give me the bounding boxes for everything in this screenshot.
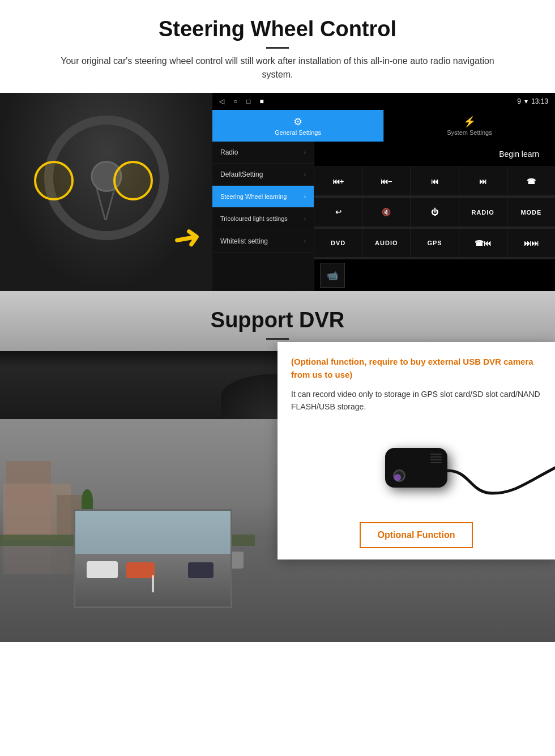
ctrl-back[interactable]: ↩ [314, 198, 362, 227]
tricoloured-chevron: › [304, 216, 306, 222]
section2-divider [266, 338, 289, 340]
ctrl-phone[interactable]: ☎ [507, 167, 555, 195]
section1-title: Steering Wheel Control [23, 17, 532, 41]
ctrl-vol-down[interactable]: ⏮− [362, 167, 410, 195]
ctrl-power[interactable]: ⏻ [411, 198, 458, 227]
menu-tricoloured-label: Tricoloured light settings [220, 215, 288, 223]
tab-general-settings[interactable]: ⚙ General Settings [212, 110, 383, 142]
begin-learn-row: Begin learn [314, 142, 555, 167]
section2: Support DVR (Optional function, require … [0, 291, 555, 642]
steering-photo: ➜ [0, 93, 212, 291]
section1-header: Steering Wheel Control Your original car… [0, 0, 555, 87]
back-icon[interactable]: ◁ [219, 97, 224, 105]
nav-icons: ◁ ○ □ ■ [219, 97, 264, 105]
begin-learn-button[interactable]: Begin learn [492, 146, 546, 162]
android-statusbar: ◁ ○ □ ■ 9 ▾ 13:13 [212, 93, 555, 110]
dvr-optional-text: (Optional function, require to buy exter… [291, 356, 541, 381]
section1-description: Your original car's steering wheel contr… [45, 54, 510, 82]
android-content: Radio › DefaultSetting › Steering Wheel … [212, 142, 555, 291]
ctrl-radio[interactable]: RADIO [459, 198, 507, 227]
wifi-icon: ▾ [524, 97, 528, 105]
section2-title: Support DVR [23, 308, 532, 332]
tab-system-label: System Settings [447, 129, 492, 136]
ctrl-audio[interactable]: AUDIO [362, 229, 410, 257]
whitelist-chevron: › [304, 238, 306, 244]
dvr-thumbnail [74, 509, 232, 608]
tab-general-label: General Settings [275, 129, 321, 136]
signal-icon: 9 [517, 97, 521, 105]
dvr-row: 📹 [314, 259, 555, 291]
menu-default-label: DefaultSetting [220, 170, 263, 178]
android-tabs: ⚙ General Settings ⚡ System Settings [212, 110, 555, 142]
ctrl-next[interactable]: ⏭ [459, 167, 507, 195]
ctrl-dvd[interactable]: DVD [314, 229, 362, 257]
steering-ui-container: ➜ ◁ ○ □ ■ 9 ▾ 13:13 ⚙ General Settings [0, 93, 555, 291]
status-icons: 9 ▾ 13:13 [517, 97, 548, 105]
ctrl-vol-up[interactable]: ⏮+ [314, 167, 362, 195]
tab-system-settings[interactable]: ⚡ System Settings [383, 110, 555, 142]
dvr-info-card: (Optional function, require to buy exter… [278, 342, 555, 559]
radio-chevron: › [304, 150, 306, 156]
ctrl-prev[interactable]: ⏮ [411, 167, 458, 195]
sw-left-circle [34, 161, 74, 200]
dvr-icon-button[interactable]: 📹 [320, 263, 345, 288]
dvr-camera-image [291, 422, 541, 513]
ctrl-mode[interactable]: MODE [507, 198, 555, 227]
ctrl-mute[interactable]: 🔇 [362, 198, 410, 227]
android-head-unit: ◁ ○ □ ■ 9 ▾ 13:13 ⚙ General Settings ⚡ S… [212, 93, 555, 291]
recent-icon[interactable]: □ [246, 97, 250, 105]
control-grid: ⏮+ ⏮− ⏮ ⏭ ☎ ↩ 🔇 ⏻ RADIO MODE DVD AUDIO G… [314, 167, 555, 259]
menu-whitelist-label: Whitelist setting [220, 237, 268, 245]
clock: 13:13 [531, 97, 548, 105]
home-icon[interactable]: ○ [233, 97, 237, 105]
general-settings-icon: ⚙ [293, 116, 302, 128]
section1-divider [266, 47, 289, 49]
optional-function-button[interactable]: Optional Function [360, 522, 473, 548]
menu-icon[interactable]: ■ [260, 97, 264, 105]
menu-item-tricoloured[interactable]: Tricoloured light settings › [212, 208, 314, 230]
menu-item-whitelist[interactable]: Whitelist setting › [212, 230, 314, 253]
system-settings-icon: ⚡ [463, 116, 476, 128]
menu-item-radio[interactable]: Radio › [212, 142, 314, 164]
ctrl-gps[interactable]: GPS [411, 229, 458, 257]
menu-radio-label: Radio [220, 148, 238, 156]
menu-item-defaultsetting[interactable]: DefaultSetting › [212, 164, 314, 186]
dvr-description: It can record video only to storage in G… [291, 388, 541, 413]
android-right-panel: Begin learn ⏮+ ⏮− ⏮ ⏭ ☎ ↩ 🔇 ⏻ RADIO MODE… [314, 142, 555, 291]
sw-right-circle [113, 161, 153, 200]
menu-steering-label: Steering Wheel learning [220, 193, 287, 200]
default-chevron: › [304, 172, 306, 178]
android-menu: Radio › DefaultSetting › Steering Wheel … [212, 142, 314, 291]
steering-chevron: › [304, 194, 306, 200]
ctrl-next2[interactable]: ⏭⏭ [507, 229, 555, 257]
ctrl-phone-prev[interactable]: ☎⏮ [459, 229, 507, 257]
menu-item-steering-wheel[interactable]: Steering Wheel learning › [212, 186, 314, 208]
